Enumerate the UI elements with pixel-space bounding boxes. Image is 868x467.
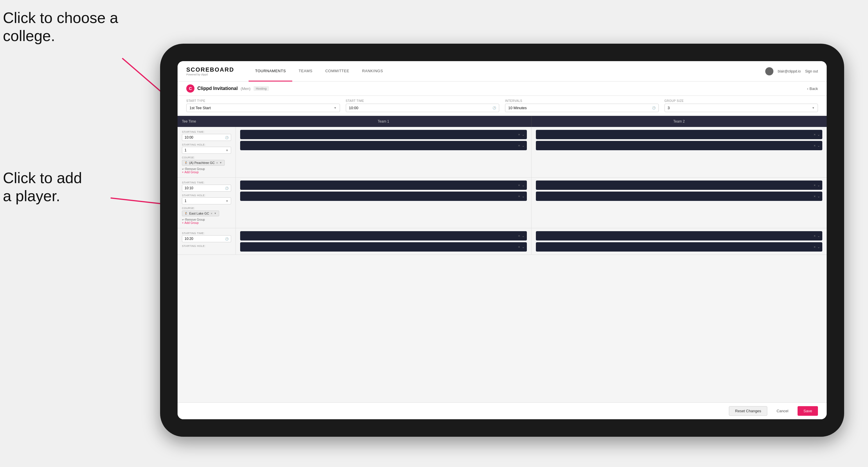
player-row[interactable]: × ⌄	[240, 181, 527, 190]
starting-hole-label-1: STARTING HOLE:	[182, 143, 231, 146]
sub-header: C Clippd Invitational (Men) Hosting ‹ Ba…	[178, 82, 827, 96]
player-remove-icon[interactable]: ×	[518, 133, 520, 136]
add-group-1[interactable]: + Add Group	[182, 170, 231, 174]
group-row: STARTING TIME: 10:10 🕐 STARTING HOLE: 1 …	[178, 178, 827, 228]
player-remove-icon[interactable]: ×	[814, 234, 816, 238]
tee-info-1: STARTING TIME: 10:00 🕐 STARTING HOLE: 1 …	[178, 127, 236, 177]
tee-info-3: STARTING TIME: 10:20 🕐 STARTING HOLE:	[178, 228, 236, 254]
team1-slot-2: × ⌄ × ⌄	[236, 178, 531, 228]
player-row[interactable]: × ⌄	[240, 141, 527, 150]
player-row[interactable]: × ⌄	[536, 231, 823, 241]
starting-time-field-3[interactable]: 10:20 🕐	[182, 235, 231, 242]
annotation-choose-college: Click to choose a college.	[3, 9, 118, 45]
header-right: blair@clippd.io Sign out	[765, 67, 818, 75]
group-size-select[interactable]: 3 ▼	[664, 104, 818, 112]
player-row[interactable]: × ⌄	[536, 181, 823, 190]
starting-hole-label-2: STARTING HOLE:	[182, 194, 231, 197]
c-logo: C	[186, 85, 194, 93]
add-group-2[interactable]: + Add Group	[182, 221, 231, 224]
reset-button[interactable]: Reset Changes	[729, 406, 767, 416]
group-row: STARTING TIME: 10:00 🕐 STARTING HOLE: 1 …	[178, 127, 827, 178]
player-row[interactable]: × ⌄	[536, 141, 823, 150]
player-remove-icon[interactable]: ×	[814, 194, 816, 198]
setting-start-type: Start Type 1st Tee Start ▼	[186, 99, 340, 112]
remove-group-1[interactable]: ↩ Remove Group	[182, 167, 231, 170]
player-expand-icon[interactable]: ⌄	[522, 144, 525, 148]
start-type-select[interactable]: 1st Tee Start ▼	[186, 104, 340, 112]
course-tag-1[interactable]: 🏌 (A) Peachtree GC × ▼	[182, 160, 225, 166]
player-remove-icon[interactable]: ×	[518, 144, 520, 147]
player-row[interactable]: × ⌄	[536, 130, 823, 139]
course-label-2: COURSE:	[182, 207, 231, 210]
remove-course-1[interactable]: ×	[216, 161, 218, 164]
player-expand-icon[interactable]: ⌄	[522, 234, 525, 238]
main-nav: TOURNAMENTS TEAMS COMMITTEE RANKINGS	[249, 61, 765, 82]
player-row[interactable]: × ⌄	[240, 231, 527, 241]
course-label-1: COURSE:	[182, 156, 231, 159]
player-expand-icon[interactable]: ⌄	[522, 183, 525, 187]
save-button[interactable]: Save	[798, 406, 818, 416]
starting-time-label-1: STARTING TIME:	[182, 130, 231, 133]
back-button[interactable]: ‹ Back	[807, 87, 818, 91]
player-expand-icon[interactable]: ⌄	[817, 245, 820, 249]
player-remove-icon[interactable]: ×	[814, 133, 816, 136]
nav-committee[interactable]: COMMITTEE	[319, 61, 356, 82]
sign-out-link[interactable]: Sign out	[805, 69, 818, 73]
player-expand-icon[interactable]: ⌄	[522, 194, 525, 198]
tablet-screen: SCOREBOARD Powered by clippd TOURNAMENTS…	[178, 61, 827, 419]
player-expand-icon[interactable]: ⌄	[817, 133, 820, 136]
player-expand-icon[interactable]: ⌄	[817, 144, 820, 148]
content-area[interactable]: STARTING TIME: 10:00 🕐 STARTING HOLE: 1 …	[178, 127, 827, 402]
user-email: blair@clippd.io	[778, 69, 801, 73]
player-expand-icon[interactable]: ⌄	[522, 245, 525, 249]
tournament-name: Clippd Invitational	[197, 86, 238, 91]
player-remove-icon[interactable]: ×	[814, 183, 816, 187]
starting-hole-field-1[interactable]: 1 ▼	[182, 147, 231, 154]
settings-row: Start Type 1st Tee Start ▼ Start Time 10…	[178, 96, 827, 116]
remove-group-2[interactable]: ↩ Remove Group	[182, 218, 231, 221]
logo-area: SCOREBOARD Powered by clippd	[186, 66, 234, 76]
nav-teams[interactable]: TEAMS	[292, 61, 319, 82]
tablet-frame: SCOREBOARD Powered by clippd TOURNAMENTS…	[160, 44, 844, 437]
app-logo: SCOREBOARD	[186, 66, 234, 73]
logo-subtitle: Powered by clippd	[186, 73, 234, 76]
starting-time-label-2: STARTING TIME:	[182, 181, 231, 184]
cancel-button[interactable]: Cancel	[771, 406, 794, 416]
starting-time-label-3: STARTING TIME:	[182, 232, 231, 235]
group-row: STARTING TIME: 10:20 🕐 STARTING HOLE: × …	[178, 228, 827, 255]
intervals-select[interactable]: 10 Minutes 🕐	[505, 104, 659, 112]
setting-start-time: Start Time 10:00 🕐	[346, 99, 499, 112]
start-time-select[interactable]: 10:00 🕐	[346, 104, 499, 112]
player-row[interactable]: × ⌄	[536, 192, 823, 201]
player-expand-icon[interactable]: ⌄	[522, 133, 525, 136]
player-remove-icon[interactable]: ×	[814, 144, 816, 147]
setting-intervals: Intervals 10 Minutes 🕐	[505, 99, 659, 112]
player-remove-icon[interactable]: ×	[518, 234, 520, 238]
course-tag-2[interactable]: 🏌 East Lake GC × ▼	[182, 211, 219, 216]
player-remove-icon[interactable]: ×	[518, 183, 520, 187]
starting-time-field-1[interactable]: 10:00 🕐	[182, 134, 231, 141]
player-row[interactable]: × ⌄	[240, 130, 527, 139]
remove-course-2[interactable]: ×	[211, 212, 212, 215]
start-time-label: Start Time	[346, 99, 499, 102]
player-row[interactable]: × ⌄	[240, 192, 527, 201]
player-remove-icon[interactable]: ×	[518, 245, 520, 249]
nav-tournaments[interactable]: TOURNAMENTS	[249, 61, 292, 82]
player-expand-icon[interactable]: ⌄	[817, 234, 820, 238]
starting-time-field-2[interactable]: 10:10 🕐	[182, 185, 231, 192]
hosting-badge: Hosting	[253, 86, 269, 91]
annotation-add-player: Click to add a player.	[3, 169, 82, 205]
player-remove-icon[interactable]: ×	[814, 245, 816, 249]
player-expand-icon[interactable]: ⌄	[817, 183, 820, 187]
th-tee-time: Tee Time	[178, 116, 236, 127]
th-team2: Team 2	[531, 116, 827, 127]
tee-info-2: STARTING TIME: 10:10 🕐 STARTING HOLE: 1 …	[178, 178, 236, 228]
starting-hole-field-2[interactable]: 1 ▼	[182, 197, 231, 205]
nav-rankings[interactable]: RANKINGS	[356, 61, 390, 82]
table-header: Tee Time Team 1 Team 2	[178, 116, 827, 127]
team1-slot-3: × ⌄ × ⌄	[236, 228, 531, 254]
player-expand-icon[interactable]: ⌄	[817, 194, 820, 198]
player-remove-icon[interactable]: ×	[518, 194, 520, 198]
player-row[interactable]: × ⌄	[536, 242, 823, 252]
player-row[interactable]: × ⌄	[240, 242, 527, 252]
